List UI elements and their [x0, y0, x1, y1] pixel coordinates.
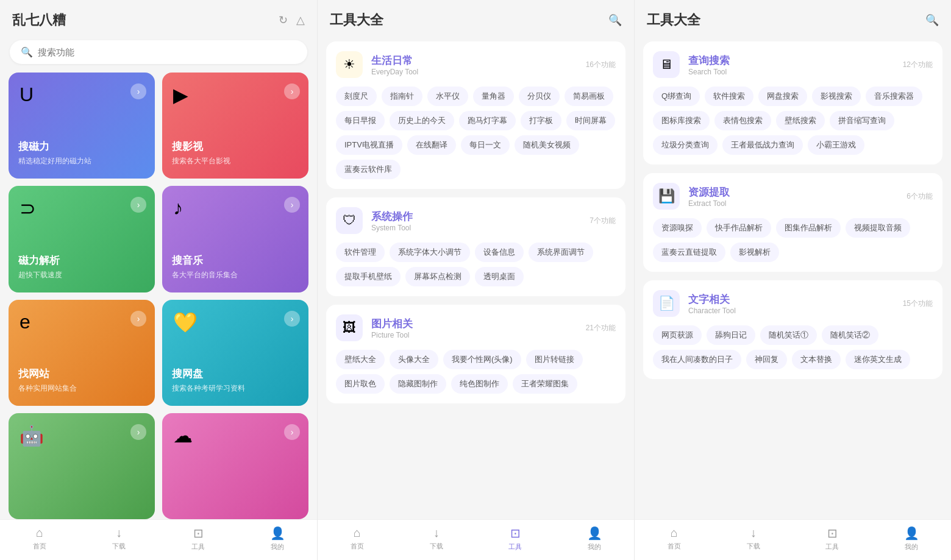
tag-小霸王游戏[interactable]: 小霸王游戏 — [808, 135, 864, 155]
tag-影视解析[interactable]: 影视解析 — [730, 243, 779, 262]
tag-我在人间凑数的日子[interactable]: 我在人间凑数的日子 — [653, 350, 741, 369]
tag-舔狗日记[interactable]: 舔狗日记 — [707, 325, 755, 345]
card-title: 磁力解析 — [18, 253, 145, 268]
tag-图集作品解析[interactable]: 图集作品解析 — [776, 218, 841, 238]
panel3-search-icon[interactable]: 🔍 — [925, 13, 939, 27]
nav-item-我的[interactable]: 👤 我的 — [872, 526, 951, 551]
tag-提取手机壁纸[interactable]: 提取手机壁纸 — [336, 267, 401, 286]
tag-刻度尺[interactable]: 刻度尺 — [336, 87, 377, 106]
nav-item-下载[interactable]: ↓ 下载 — [714, 526, 793, 551]
panel3-title: 工具大全 — [647, 11, 700, 29]
refresh-icon[interactable]: ↻ — [279, 13, 288, 27]
tag-神回复[interactable]: 神回复 — [746, 350, 787, 369]
tag-影视搜索[interactable]: 影视搜索 — [812, 87, 861, 106]
nav-item-我的[interactable]: 👤 我的 — [555, 526, 634, 551]
tag-蓝奏云直链提取[interactable]: 蓝奏云直链提取 — [653, 243, 725, 262]
tag-头像大全[interactable]: 头像大全 — [390, 350, 438, 369]
tag-每日早报[interactable]: 每日早报 — [336, 111, 385, 130]
tag-迷你英文生成[interactable]: 迷你英文生成 — [846, 350, 910, 369]
tag-软件搜索[interactable]: 软件搜索 — [705, 87, 753, 106]
tag-量角器[interactable]: 量角器 — [473, 87, 514, 106]
search-bar[interactable]: 🔍 — [10, 40, 307, 64]
card-sou-yin-yue[interactable]: ♪ › 搜音乐 各大平台的音乐集合 — [162, 186, 308, 292]
tag-随机笑话②[interactable]: 随机笑话② — [822, 325, 878, 345]
section-picture-tool: 🖼 图片相关 Picture Tool 21个功能 壁纸大全头像大全我要个性网(… — [326, 305, 625, 403]
card-sou-ci-li[interactable]: U › 搜磁力 精选稳定好用的磁力站 — [9, 73, 155, 179]
panel2-header: 工具大全 🔍 — [318, 0, 634, 35]
search-input[interactable] — [38, 47, 296, 57]
tag-快手作品解析[interactable]: 快手作品解析 — [707, 218, 771, 238]
tag-设备信息[interactable]: 设备信息 — [475, 243, 524, 262]
card-zhao-wang-zhan[interactable]: e › 找网站 各种实用网站集合 — [9, 300, 155, 406]
tag-Q绑查询[interactable]: Q绑查询 — [653, 87, 700, 106]
tag-图片取色[interactable]: 图片取色 — [336, 374, 385, 394]
tag-屏幕坏点检测[interactable]: 屏幕坏点检测 — [405, 267, 470, 286]
tag-王者最低战力查询[interactable]: 王者最低战力查询 — [722, 135, 803, 155]
nav-item-首页[interactable]: ⌂ 首页 — [635, 526, 714, 551]
panel2-search-icon[interactable]: 🔍 — [608, 13, 622, 27]
nav-item-工具[interactable]: ⊡ 工具 — [793, 526, 872, 551]
triangle-icon[interactable]: △ — [296, 13, 305, 27]
tag-简易画板[interactable]: 简易画板 — [565, 87, 613, 106]
tag-网盘搜索[interactable]: 网盘搜索 — [758, 87, 807, 106]
tag-随机笑话①[interactable]: 随机笑话① — [760, 325, 817, 345]
tag-每日一文[interactable]: 每日一文 — [461, 135, 510, 155]
card-sou-ying-shi[interactable]: ▶ › 搜影视 搜索各大平台影视 — [162, 73, 308, 179]
nav-item-我的[interactable]: 👤 我的 — [238, 526, 317, 551]
tag-分贝仪[interactable]: 分贝仪 — [519, 87, 560, 106]
tag-图片转链接[interactable]: 图片转链接 — [526, 350, 583, 369]
panel1-header-icons: ↻ △ — [279, 13, 305, 27]
card-cloud[interactable]: ☁ › — [162, 413, 308, 519]
tag-系统字体大小调节[interactable]: 系统字体大小调节 — [390, 243, 470, 262]
tag-拼音缩写查询[interactable]: 拼音缩写查询 — [830, 111, 894, 130]
tag-纯色图制作[interactable]: 纯色图制作 — [451, 374, 508, 394]
tag-历史上的今天[interactable]: 历史上的今天 — [390, 111, 454, 130]
tag-打字板[interactable]: 打字板 — [521, 111, 561, 130]
tag-系统界面调节[interactable]: 系统界面调节 — [529, 243, 593, 262]
tag-王者荣耀图集[interactable]: 王者荣耀图集 — [513, 374, 577, 394]
tag-垃圾分类查询[interactable]: 垃圾分类查询 — [653, 135, 718, 155]
nav-item-工具[interactable]: ⊡ 工具 — [158, 526, 238, 551]
section-icon-character-tool: 📄 — [653, 290, 680, 317]
tag-隐藏图制作[interactable]: 隐藏图制作 — [390, 374, 446, 394]
card-android[interactable]: 🤖 › — [9, 413, 155, 519]
panel2-title: 工具大全 — [330, 11, 383, 29]
tag-壁纸搜索[interactable]: 壁纸搜索 — [776, 111, 825, 130]
tag-我要个性网(头像)[interactable]: 我要个性网(头像) — [443, 350, 521, 369]
card-icon: 💛 — [173, 311, 198, 334]
tag-音乐搜索器[interactable]: 音乐搜索器 — [866, 87, 922, 106]
tag-在线翻译[interactable]: 在线翻译 — [407, 135, 456, 155]
card-ci-li-jie-xi[interactable]: ⊃ › 磁力解析 超快下载速度 — [9, 186, 155, 292]
panel-middle: 工具大全 🔍 ☀ 生活日常 EveryDay Tool 16个功能 刻度尺指南针… — [317, 0, 634, 560]
card-sou-wang-pan[interactable]: 💛 › 搜网盘 搜索各种考研学习资料 — [162, 300, 308, 406]
nav-item-首页[interactable]: ⌂ 首页 — [0, 526, 79, 551]
tag-跑马灯字幕[interactable]: 跑马灯字幕 — [459, 111, 516, 130]
card-subtitle: 搜索各大平台影视 — [172, 156, 299, 166]
tag-时间屏幕[interactable]: 时间屏幕 — [566, 111, 615, 130]
tag-表情包搜索[interactable]: 表情包搜索 — [714, 111, 771, 130]
tag-视频提取音频[interactable]: 视频提取音频 — [846, 218, 910, 238]
tag-壁纸大全[interactable]: 壁纸大全 — [336, 350, 385, 369]
card-arrow: › — [130, 311, 146, 327]
panel1-header: 乱七八糟 ↻ △ — [0, 0, 317, 35]
nav-item-首页[interactable]: ⌂ 首页 — [318, 526, 397, 551]
nav-item-工具[interactable]: ⊡ 工具 — [476, 526, 555, 551]
tag-IPTV电视直播[interactable]: IPTV电视直播 — [336, 135, 402, 155]
nav-item-下载[interactable]: ↓ 下载 — [397, 526, 476, 551]
nav-icon-首页: ⌂ — [671, 526, 678, 540]
tag-软件管理[interactable]: 软件管理 — [336, 243, 385, 262]
tag-透明桌面[interactable]: 透明桌面 — [475, 267, 524, 286]
tag-图标库搜索[interactable]: 图标库搜索 — [653, 111, 710, 130]
tag-蓝奏云软件库[interactable]: 蓝奏云软件库 — [336, 160, 401, 179]
tag-资源嗅探[interactable]: 资源嗅探 — [653, 218, 702, 238]
nav-item-下载[interactable]: ↓ 下载 — [79, 526, 158, 551]
tag-随机美女视频[interactable]: 随机美女视频 — [515, 135, 579, 155]
tag-文本替换[interactable]: 文本替换 — [792, 350, 841, 369]
section-left-daily-life: ☀ 生活日常 EveryDay Tool — [336, 51, 418, 78]
tag-网页获源[interactable]: 网页获源 — [653, 325, 702, 345]
section-left-character-tool: 📄 文字相关 Character Tool — [653, 290, 736, 317]
tag-指南针[interactable]: 指南针 — [382, 87, 422, 106]
tag-水平仪[interactable]: 水平仪 — [427, 87, 468, 106]
section-subtitle-search-tool: Search Tool — [688, 68, 730, 76]
section-header-picture-tool: 🖼 图片相关 Picture Tool 21个功能 — [336, 314, 616, 341]
